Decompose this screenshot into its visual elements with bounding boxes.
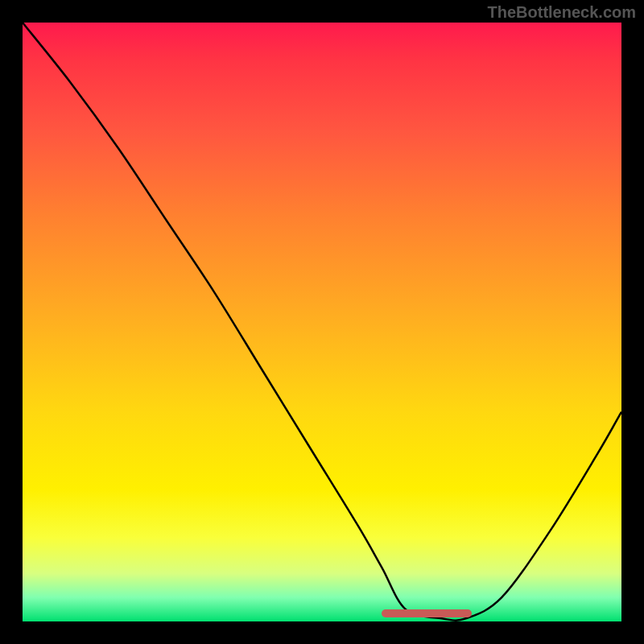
curve-path: [23, 23, 621, 621]
gradient-plot-area: [23, 23, 621, 621]
bottleneck-curve: [23, 23, 621, 621]
optimal-range-marker: [382, 609, 472, 617]
watermark-text: TheBottleneck.com: [488, 3, 636, 22]
